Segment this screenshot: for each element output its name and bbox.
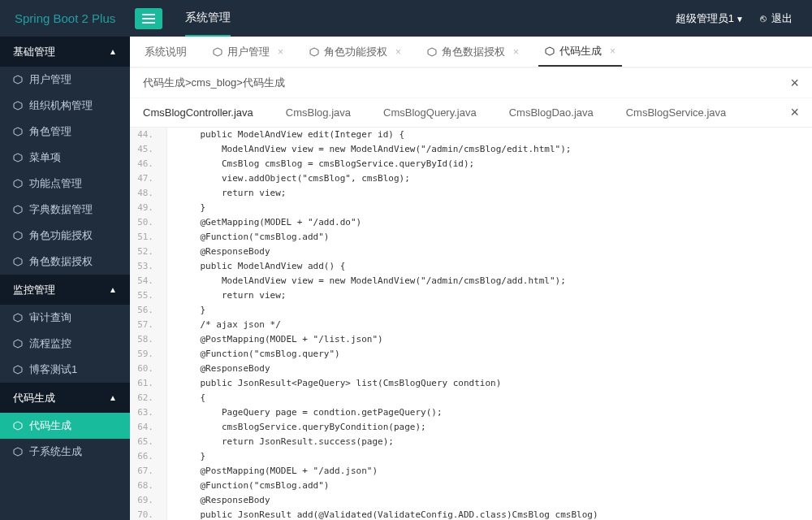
svg-marker-4 <box>14 180 22 188</box>
sidebar-item-label: 角色数据授权 <box>29 254 93 269</box>
sidebar-item[interactable]: 博客测试1 <box>0 357 130 383</box>
breadcrumb: 代码生成>cms_blog>代码生成 <box>143 76 285 90</box>
sidebar-item-label: 代码生成 <box>29 418 71 433</box>
code-line: 60. @ResponseBody <box>130 362 812 376</box>
code-line: 62. { <box>130 391 812 405</box>
line-number: 66. <box>130 449 167 464</box>
sidebar-group-codegen[interactable]: 代码生成 ▲ <box>0 383 130 413</box>
line-number: 68. <box>130 479 167 493</box>
sidebar-item[interactable]: 菜单项 <box>0 145 130 171</box>
sidebar-item-label: 博客测试1 <box>29 362 77 377</box>
code-line: 45. ModelAndView view = new ModelAndView… <box>130 142 812 157</box>
tab[interactable]: 代码生成× <box>538 37 622 67</box>
sidebar-item[interactable]: 功能点管理 <box>0 171 130 197</box>
code-line: 66. } <box>130 449 812 464</box>
sidebar-item[interactable]: 流程监控 <box>0 331 130 357</box>
topnav-item-system[interactable]: 系统管理 <box>185 0 231 37</box>
user-menu[interactable]: 超级管理员1▼ <box>676 11 744 26</box>
code-line: 56. } <box>130 303 812 318</box>
chevron-up-icon: ▲ <box>109 393 117 402</box>
hexagon-icon <box>13 447 23 457</box>
code-line: 50. @GetMapping(MODEL + "/add.do") <box>130 215 812 230</box>
close-icon[interactable]: × <box>610 46 615 57</box>
code-text: return view; <box>167 186 812 201</box>
file-tab[interactable]: CmsBlogDao.java <box>509 106 594 119</box>
code-line: 51. @Function("cmsBlog.add") <box>130 230 812 245</box>
hexagon-icon <box>13 257 23 266</box>
tab[interactable]: 用户管理× <box>206 37 290 67</box>
line-number: 47. <box>130 171 167 186</box>
tab[interactable]: 角色功能授权× <box>303 37 408 67</box>
code-line: 53. public ModelAndView add() { <box>130 259 812 274</box>
svg-marker-5 <box>14 206 22 214</box>
sidebar-item[interactable]: 角色管理 <box>0 119 130 145</box>
sidebar-item[interactable]: 子系统生成 <box>0 439 130 465</box>
tab[interactable]: 系统说明 <box>138 37 193 67</box>
file-tab-bar: CmsBlogController.javaCmsBlog.javaCmsBlo… <box>130 98 812 128</box>
line-number: 60. <box>130 362 167 376</box>
sidebar-item-label: 流程监控 <box>29 336 71 351</box>
sidebar-group-monitor[interactable]: 监控管理 ▲ <box>0 275 130 305</box>
svg-marker-0 <box>14 76 22 84</box>
line-number: 55. <box>130 288 167 303</box>
logout-label: 退出 <box>771 11 793 26</box>
file-tab[interactable]: CmsBlogService.java <box>626 106 727 119</box>
svg-marker-12 <box>14 448 22 456</box>
line-number: 54. <box>130 274 167 288</box>
close-icon[interactable]: × <box>790 104 799 121</box>
code-line: 64. cmsBlogService.queryByCondition(page… <box>130 420 812 435</box>
logout-button[interactable]: ⎋ 退出 <box>760 11 793 26</box>
topbar-right: 超级管理员1▼ ⎋ 退出 <box>676 11 812 26</box>
file-tab[interactable]: CmsBlogQuery.java <box>383 106 477 119</box>
user-name: 超级管理员1 <box>676 12 734 24</box>
code-line: 61. public JsonResult<PageQuery> list(Cm… <box>130 376 812 391</box>
svg-marker-9 <box>14 340 22 348</box>
hexagon-icon <box>13 205 23 214</box>
sidebar-item[interactable]: 用户管理 <box>0 67 130 93</box>
svg-marker-7 <box>14 258 22 266</box>
chevron-down-icon: ▼ <box>736 15 744 24</box>
line-number: 45. <box>130 142 167 157</box>
logo: Spring Boot 2 Plus <box>0 0 130 37</box>
hexagon-icon <box>13 179 23 188</box>
code-text: public ModelAndView add() { <box>167 259 812 274</box>
hexagon-icon <box>427 47 437 57</box>
hexagon-icon <box>13 421 23 431</box>
sidebar-item-label: 字典数据管理 <box>29 202 93 217</box>
code-text: @GetMapping(MODEL + "/add.do") <box>167 215 812 230</box>
line-number: 57. <box>130 318 167 332</box>
sidebar-item[interactable]: 角色数据授权 <box>0 249 130 275</box>
hexagon-icon <box>13 231 23 240</box>
hexagon-icon <box>545 46 555 56</box>
code-editor[interactable]: 44. public ModelAndView edit(Integer id)… <box>130 128 812 520</box>
close-icon[interactable]: × <box>278 46 283 58</box>
sidebar-item[interactable]: 代码生成 <box>0 413 130 439</box>
close-icon[interactable]: × <box>513 46 519 58</box>
code-line: 47. view.addObject("cmsBlog", cmsBlog); <box>130 171 812 186</box>
tab-bar: 系统说明用户管理×角色功能授权×角色数据授权×代码生成× <box>130 37 812 67</box>
topnav: 系统管理 <box>185 0 231 37</box>
close-icon[interactable]: × <box>790 75 799 92</box>
hexagon-icon <box>309 47 319 57</box>
chevron-up-icon: ▲ <box>109 285 117 294</box>
file-tab[interactable]: CmsBlogController.java <box>143 106 253 119</box>
breadcrumb-bar: 代码生成>cms_blog>代码生成 × <box>130 68 812 98</box>
code-text: view.addObject("cmsBlog", cmsBlog); <box>167 171 812 186</box>
file-tab[interactable]: CmsBlog.java <box>286 106 351 119</box>
sidebar-group-basic[interactable]: 基础管理 ▲ <box>0 37 130 67</box>
menu-toggle-button[interactable] <box>135 8 162 29</box>
code-line: 65. return JsonResult.success(page); <box>130 435 812 449</box>
tab[interactable]: 角色数据授权× <box>421 37 525 67</box>
code-line: 46. CmsBlog cmsBlog = cmsBlogService.que… <box>130 157 812 171</box>
close-icon[interactable]: × <box>395 46 401 58</box>
tab-label: 代码生成 <box>559 44 602 58</box>
sidebar-item[interactable]: 审计查询 <box>0 305 130 331</box>
line-number: 70. <box>130 508 167 520</box>
sidebar-item[interactable]: 字典数据管理 <box>0 197 130 223</box>
hexagon-icon <box>13 101 23 110</box>
code-line: 44. public ModelAndView edit(Integer id)… <box>130 128 812 142</box>
sidebar-item[interactable]: 组织机构管理 <box>0 93 130 119</box>
sidebar-group-label: 代码生成 <box>13 391 55 405</box>
svg-marker-13 <box>214 48 222 56</box>
sidebar-item[interactable]: 角色功能授权 <box>0 223 130 249</box>
